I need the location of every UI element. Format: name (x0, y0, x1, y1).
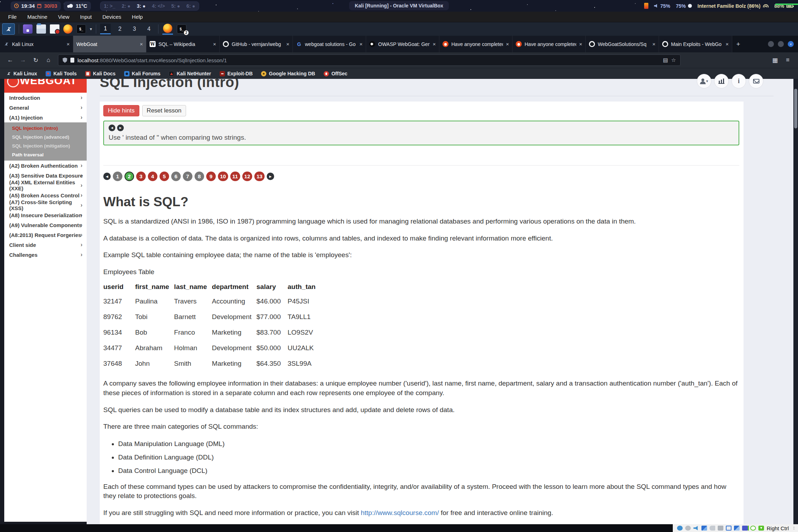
tab-close-icon[interactable]: × (579, 41, 582, 47)
reload-button[interactable]: ↻ (30, 55, 41, 65)
vbox-network-icon[interactable] (701, 526, 707, 531)
sidebar-item-a8-2013-request-forgeries[interactable]: (A8:2013) Request Forgeries › (4, 230, 87, 240)
back-button[interactable]: ← (5, 55, 16, 65)
tab-webgoat-active[interactable]: WebGoat × (73, 36, 146, 52)
terminal-launcher-icon[interactable]: $_ (76, 24, 86, 34)
sidebar-item-a2-broken-authentication[interactable]: (A2) Broken Authentication › (4, 161, 87, 170)
launcher-dropdown-caret[interactable]: ▾ (90, 27, 92, 31)
firefox-menu-icon[interactable]: ≡ (782, 55, 793, 65)
tab-close-icon[interactable]: × (286, 41, 289, 47)
site-info-icon[interactable] (70, 58, 74, 63)
tab-main-exploits[interactable]: Main Exploits - WebGo × (659, 36, 732, 52)
tracking-protection-shield-icon[interactable] (63, 58, 67, 63)
page-button-6[interactable]: 6 (171, 172, 181, 181)
page-button-1[interactable]: 1 (113, 172, 122, 181)
workspace-button-2[interactable]: 2 (115, 24, 125, 34)
url-bar[interactable]: localhost:8080/WebGoat/start.mvc#lesson/… (58, 54, 681, 66)
tab-github-vernjan[interactable]: GitHub - vernjan/webg × (220, 36, 293, 52)
host-workspace-1[interactable]: 1: >_ (104, 3, 115, 9)
new-tab-button[interactable]: + (732, 36, 744, 52)
text-editor-icon[interactable] (50, 24, 59, 34)
workspace-button-4[interactable]: 4 (144, 24, 154, 34)
forward-button[interactable]: → (18, 55, 28, 65)
terminal-window-button[interactable]: $_ 2 (177, 24, 186, 34)
vbox-recording-icon[interactable] (742, 526, 748, 531)
window-maximize-button[interactable] (778, 41, 784, 47)
sidebar-item-a9-vulnerable-components[interactable]: (A9) Vulnerable Components › (4, 220, 87, 230)
vbox-audio-icon[interactable] (693, 526, 699, 531)
about-button[interactable]: i (732, 74, 746, 88)
next-hint-icon[interactable]: ▶ (117, 125, 124, 131)
tab-google-search[interactable]: G webgoat solutions - Go × (293, 36, 366, 52)
bookmark-google-hacking-db[interactable]: Google Hacking DB (261, 71, 315, 76)
sqlcourse-link[interactable]: http://www.sqlcourse.com/ (361, 509, 439, 516)
user-menu-button[interactable]: ▾ (697, 74, 711, 88)
bookmark-kali-tools[interactable]: Kali Tools (46, 71, 77, 76)
tab-close-icon[interactable]: × (433, 41, 436, 47)
host-workspace-4[interactable]: 4: </> (152, 3, 165, 9)
submenu-sql-injection-intro[interactable]: SQL Injection (intro) (4, 124, 87, 133)
network-name[interactable]: Internet Familie Bolz (86%) (698, 3, 761, 9)
hide-hints-button[interactable]: Hide hints (103, 105, 139, 116)
page-button-2-current[interactable]: 2 (125, 172, 134, 181)
vbox-menu-input[interactable]: Input (75, 13, 96, 21)
page-button-4[interactable]: 4 (148, 172, 157, 181)
page-button-8[interactable]: 8 (195, 172, 204, 181)
bookmark-star-icon[interactable]: ☆ (671, 57, 676, 63)
tab-close-icon[interactable]: × (506, 41, 509, 47)
sidebar-item-a8-deserialization[interactable]: (A8) Insecure Deserialization › (4, 210, 87, 220)
vbox-menu-machine[interactable]: Machine (23, 13, 52, 21)
page-scrollbar[interactable] (793, 79, 798, 524)
vbox-mouse-integration-icon[interactable] (758, 526, 764, 531)
vbox-menu-help[interactable]: Help (127, 13, 148, 21)
tab-close-icon[interactable]: × (140, 41, 143, 47)
vbox-menu-devices[interactable]: Devices (98, 13, 126, 21)
tab-close-icon[interactable]: × (66, 41, 70, 47)
bookmark-kali-nethunter[interactable]: Kali NetHunter (169, 71, 211, 76)
workspace-button-3[interactable]: 3 (129, 24, 140, 34)
vbox-harddisk-icon[interactable] (677, 526, 683, 531)
submenu-sql-injection-mitigation[interactable]: SQL Injection (mitigation) (4, 141, 87, 150)
host-workspace-3-active[interactable]: 3: ● (137, 3, 146, 9)
vbox-display-icon[interactable] (726, 526, 732, 531)
vbox-optical-disc-icon[interactable] (685, 526, 691, 531)
reader-mode-icon[interactable]: ▤ (663, 57, 668, 63)
kali-menu-button[interactable] (2, 23, 15, 35)
tab-reddit-1[interactable]: Have anyone completed × (439, 36, 513, 52)
vbox-menu-view[interactable]: View (53, 13, 74, 21)
window-close-button[interactable]: × (788, 41, 794, 47)
scrollbar-thumb[interactable] (794, 89, 797, 128)
previous-page-icon[interactable]: ◀ (103, 173, 111, 180)
submenu-sql-injection-advanced[interactable]: SQL Injection (advanced) (4, 133, 87, 141)
host-workspace-2[interactable]: 2: ● (122, 3, 131, 9)
tab-github-solutions[interactable]: WebGoatSolutions/Sq × (586, 36, 659, 52)
page-button-13[interactable]: 13 (254, 172, 265, 181)
vbox-features-icon[interactable] (750, 526, 756, 531)
submenu-path-traversal[interactable]: Path traversal (4, 150, 87, 159)
sidebar-item-introduction[interactable]: Introduction › (4, 93, 87, 103)
tab-close-icon[interactable]: × (652, 41, 655, 47)
bookmark-kali-linux[interactable]: Kali Linux (6, 71, 37, 76)
page-button-5[interactable]: 5 (160, 172, 169, 181)
vbox-menu-file[interactable]: File (4, 13, 21, 21)
bookmark-exploit-db[interactable]: Exploit-DB (220, 71, 253, 76)
window-minimize-button[interactable] (768, 41, 774, 47)
vbox-usb-icon[interactable] (710, 526, 715, 531)
tray-icon[interactable] (644, 3, 648, 9)
contact-button[interactable] (749, 74, 763, 88)
host-workspace-5[interactable]: 5: ● (171, 3, 180, 9)
tab-close-icon[interactable]: × (725, 41, 729, 47)
workspace-button-1[interactable]: 1 (100, 24, 111, 34)
tab-close-icon[interactable]: × (359, 41, 363, 47)
volume-icon[interactable] (654, 4, 658, 8)
tab-kali-linux[interactable]: Kali Linux × (0, 36, 73, 52)
sidebar-item-a5-access-control[interactable]: (A5) Broken Access Control › (4, 190, 87, 200)
bookmark-kali-forums[interactable]: Kali Forums (124, 71, 161, 76)
sidebar-item-general[interactable]: General › (4, 103, 87, 112)
file-manager-icon[interactable] (36, 24, 46, 34)
firefox-window-button[interactable] (162, 24, 173, 35)
report-card-button[interactable] (714, 74, 729, 88)
vbox-seamless-icon[interactable] (734, 526, 740, 531)
home-button[interactable]: ⌂ (43, 55, 54, 65)
page-button-9[interactable]: 9 (206, 172, 216, 181)
